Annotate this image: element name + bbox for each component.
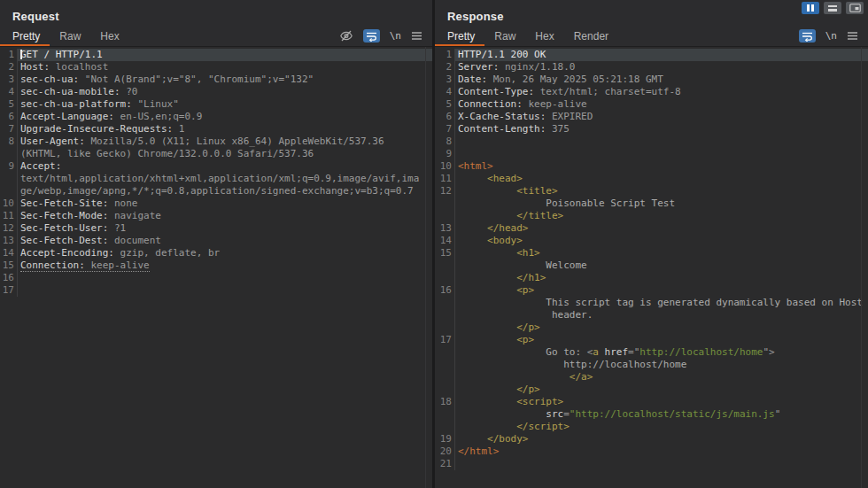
response-code-line[interactable]: 14<body> [435, 235, 868, 247]
response-code-line[interactable]: Welcome [435, 259, 868, 272]
split-columns-icon[interactable] [802, 2, 819, 14]
response-editor[interactable]: 1HTTP/1.1 200 OK2Server: nginx/1.18.03Da… [435, 47, 868, 488]
response-code-line[interactable]: http://localhost/home [435, 359, 868, 371]
request-code-line[interactable]: 10Sec-Fetch-Site: none [0, 198, 432, 210]
response-code-line[interactable]: Go to: <a href="http://localhost/home"> [435, 346, 868, 359]
request-code-line[interactable]: 2Host: localhost [0, 61, 432, 74]
response-code-line[interactable]: 16<p> [435, 284, 868, 297]
request-code-line[interactable]: 16 [0, 272, 432, 284]
response-scrollbar-track[interactable] [861, 47, 862, 488]
request-code-line[interactable]: 13Sec-Fetch-Dest: document [0, 235, 432, 247]
response-code-line[interactable]: This script tag is generated dynamically… [435, 297, 868, 309]
response-code-line[interactable]: 9 [435, 148, 868, 160]
request-tab-raw[interactable]: Raw [50, 26, 90, 46]
request-code-line[interactable]: 17 [0, 284, 432, 297]
response-code-line[interactable]: </script> [435, 421, 868, 433]
line-number: 12 [0, 222, 18, 235]
request-title: Request [0, 0, 432, 26]
code-text: </script> [455, 421, 868, 433]
menu-icon[interactable] [847, 31, 858, 41]
line-number: 17 [435, 334, 455, 346]
response-code-line[interactable]: 2Server: nginx/1.18.0 [435, 61, 868, 74]
response-tab-raw[interactable]: Raw [484, 26, 525, 46]
request-code-line[interactable]: 12Sec-Fetch-User: ?1 [0, 222, 432, 235]
request-tab-hex[interactable]: Hex [90, 26, 128, 46]
line-number [0, 185, 18, 198]
request-editor[interactable]: 1GET / HTTP/1.12Host: localhost3sec-ch-u… [0, 47, 432, 488]
code-text: </html> [455, 445, 868, 458]
response-code-line[interactable]: src="http://localhost/static/js/main.js" [435, 408, 868, 421]
response-code-line[interactable]: 15<h1> [435, 247, 868, 259]
request-code-line[interactable]: text/html,application/xhtml+xml,applicat… [0, 173, 432, 185]
response-code-line[interactable]: Poisonable Script Test [435, 198, 868, 210]
newline-icon[interactable]: \n [825, 30, 837, 42]
response-code-line[interactable]: 20</html> [435, 445, 868, 458]
code-text: Poisonable Script Test [455, 198, 868, 210]
response-code-line[interactable]: 11<head> [435, 173, 868, 185]
code-text: Content-Type: text/html; charset=utf-8 [455, 86, 868, 98]
request-code-line[interactable]: 4sec-ch-ua-mobile: ?0 [0, 86, 432, 98]
eye-off-icon[interactable] [339, 30, 353, 42]
code-text: Accept-Language: en-US,en;q=0.9 [18, 111, 432, 123]
line-number [435, 198, 455, 210]
code-text: User-Agent: Mozilla/5.0 (X11; Linux x86_… [18, 136, 432, 148]
request-code-line[interactable]: (KHTML, like Gecko) Chrome/132.0.0.0 Saf… [0, 148, 432, 160]
response-code-line[interactable]: </p> [435, 383, 868, 396]
request-code-line[interactable]: 6Accept-Language: en-US,en;q=0.9 [0, 111, 432, 123]
request-code-line[interactable]: ge/webp,image/apng,*/*;q=0.8,application… [0, 185, 432, 198]
response-code-line[interactable]: 18<script> [435, 396, 868, 408]
response-code-line[interactable]: 21 [435, 458, 868, 470]
request-code-line[interactable]: 5sec-ch-ua-platform: "Linux" [0, 98, 432, 111]
response-code-line[interactable]: 3Date: Mon, 26 May 2025 05:21:18 GMT [435, 74, 868, 86]
line-number: 3 [0, 74, 18, 86]
line-number: 9 [435, 148, 455, 160]
response-code-line[interactable]: 12<title> [435, 185, 868, 198]
request-code-line[interactable]: 7Upgrade-Insecure-Requests: 1 [0, 123, 432, 136]
code-text: </p> [455, 383, 868, 396]
response-code-line[interactable]: </a> [435, 371, 868, 383]
line-number: 5 [0, 98, 18, 111]
newline-icon[interactable]: \n [390, 30, 401, 42]
response-tab-render[interactable]: Render [564, 26, 618, 46]
request-code-line[interactable]: 3sec-ch-ua: "Not A(Brand";v="8", "Chromi… [0, 74, 432, 86]
code-text: <p> [455, 284, 868, 297]
code-text: header. [455, 309, 868, 321]
response-code-line[interactable]: 13</head> [435, 222, 868, 235]
request-toolbar: \n [339, 26, 432, 46]
response-code-line[interactable]: 4Content-Type: text/html; charset=utf-8 [435, 86, 868, 98]
response-code-line[interactable]: </p> [435, 321, 868, 334]
request-tab-pretty[interactable]: Pretty [0, 26, 50, 46]
response-code-line[interactable]: 7Content-Length: 375 [435, 123, 868, 136]
line-number: 16 [435, 284, 455, 297]
response-tab-pretty[interactable]: Pretty [435, 26, 484, 46]
request-code-line[interactable]: 8User-Agent: Mozilla/5.0 (X11; Linux x86… [0, 136, 432, 148]
response-code-line[interactable]: 1HTTP/1.1 200 OK [435, 49, 868, 61]
response-code-line[interactable]: 19</body> [435, 433, 868, 445]
response-code-line[interactable]: 5Connection: keep-alive [435, 98, 868, 111]
response-tabs: PrettyRawHexRender [435, 26, 618, 46]
response-code-line[interactable]: 10<html> [435, 160, 868, 173]
code-text: </title> [455, 210, 868, 222]
request-code-line[interactable]: 1GET / HTTP/1.1 [0, 49, 432, 61]
line-number: 1 [435, 49, 455, 61]
response-code-line[interactable]: 6X-Cache-Status: EXPIRED [435, 111, 868, 123]
request-code-line[interactable]: 11Sec-Fetch-Mode: navigate [0, 210, 432, 222]
word-wrap-icon[interactable] [799, 29, 816, 43]
split-rows-icon[interactable] [824, 2, 841, 14]
response-code-line[interactable]: 8 [435, 136, 868, 148]
response-code-line[interactable]: 17<p> [435, 334, 868, 346]
line-number [0, 148, 18, 160]
request-code-line[interactable]: 9Accept: [0, 160, 432, 173]
word-wrap-icon[interactable] [363, 29, 380, 43]
code-text: text/html,application/xhtml+xml,applicat… [18, 173, 432, 185]
menu-icon[interactable] [411, 31, 422, 41]
request-scrollbar-track[interactable] [425, 47, 426, 488]
code-text [455, 136, 868, 148]
request-code-line[interactable]: 15Connection: keep-alive [0, 259, 432, 272]
request-code-line[interactable]: 14Accept-Encoding: gzip, deflate, br [0, 247, 432, 259]
response-code-line[interactable]: header. [435, 309, 868, 321]
response-tab-hex[interactable]: Hex [525, 26, 563, 46]
tabbed-view-icon[interactable] [846, 2, 864, 14]
response-code-line[interactable]: </h1> [435, 272, 868, 284]
response-code-line[interactable]: </title> [435, 210, 868, 222]
